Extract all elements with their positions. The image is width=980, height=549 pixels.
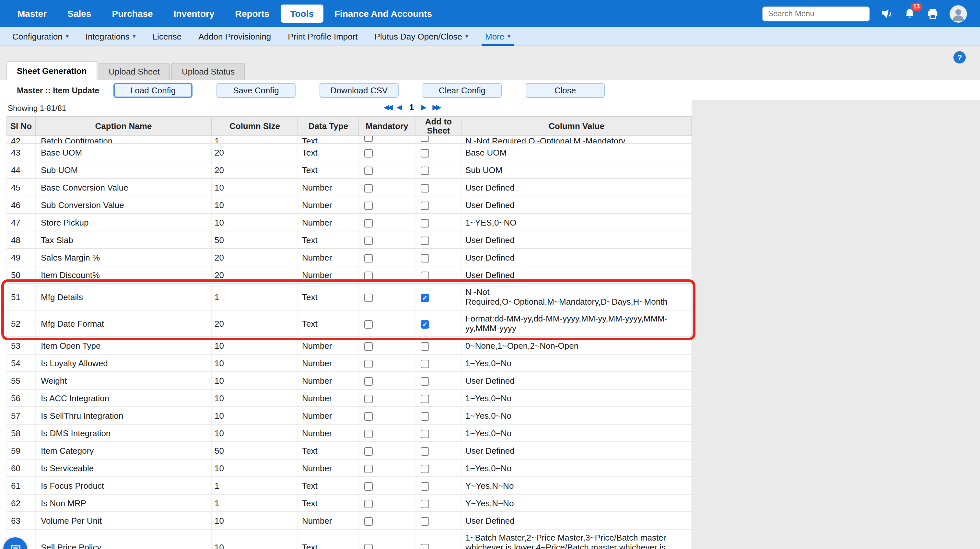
cell-slno: 48	[7, 231, 35, 248]
subnav-configuration[interactable]: Configuration▾	[4, 27, 77, 46]
add-to-sheet-checkbox[interactable]	[421, 377, 429, 385]
clear-config-button[interactable]: Clear Config	[423, 83, 502, 98]
cell-value: 1~YES,0~NO	[462, 213, 691, 231]
mandatory-checkbox[interactable]	[364, 447, 373, 455]
add-to-sheet-checkbox[interactable]	[421, 544, 429, 549]
subnav-license-label: License	[153, 32, 182, 41]
mandatory-checkbox[interactable]	[364, 360, 373, 368]
mandatory-checkbox[interactable]	[364, 201, 373, 210]
tab-sheet-generation[interactable]: Sheet Generation	[6, 61, 97, 80]
mandatory-checkbox[interactable]	[364, 254, 373, 262]
add-to-sheet-checkbox[interactable]	[421, 517, 429, 525]
subnav-print-profile-import[interactable]: Print Profile Import	[279, 27, 366, 46]
subnav-integrations[interactable]: Integrations▾	[77, 27, 144, 46]
cell-value: User Defined	[462, 248, 691, 266]
cell-datatype: Number	[298, 213, 359, 231]
cell-addtosheet	[415, 389, 462, 407]
cell-value: 1~Batch Master,2~Price Master,3~Price/Ba…	[462, 529, 691, 549]
tab-upload-status[interactable]: Upload Status	[172, 63, 245, 80]
add-to-sheet-checkbox[interactable]	[421, 236, 429, 245]
table-row: 51 Mfg Details 1 Text N~Not Required,O~O…	[7, 283, 691, 310]
cell-addtosheet	[415, 266, 462, 283]
nav-reports[interactable]: Reports	[226, 5, 279, 23]
context-label: Master :: Item Update	[17, 86, 89, 95]
add-to-sheet-checkbox[interactable]	[421, 465, 429, 473]
previous-page-icon[interactable]: ◀	[397, 103, 402, 111]
announcement-icon[interactable]	[880, 7, 893, 20]
nav-inventory[interactable]: Inventory	[164, 5, 224, 23]
tab-upload-sheet[interactable]: Upload Sheet	[98, 63, 170, 80]
mandatory-checkbox[interactable]	[364, 517, 373, 525]
nav-tools[interactable]: Tools	[280, 5, 323, 23]
mandatory-checkbox[interactable]	[364, 271, 373, 280]
cell-addtosheet	[415, 354, 462, 372]
add-to-sheet-checkbox[interactable]	[421, 271, 429, 280]
nav-purchase[interactable]: Purchase	[102, 5, 162, 23]
first-page-icon[interactable]: ◀◀	[384, 103, 391, 111]
download-csv-button[interactable]: Download CSV	[320, 83, 399, 98]
mandatory-checkbox[interactable]	[364, 377, 373, 385]
mandatory-checkbox[interactable]	[364, 320, 373, 328]
add-to-sheet-checkbox[interactable]	[421, 342, 429, 350]
add-to-sheet-checkbox[interactable]	[421, 201, 429, 210]
cell-slno: 63	[7, 512, 35, 529]
add-to-sheet-checkbox[interactable]	[421, 320, 429, 328]
add-to-sheet-checkbox[interactable]	[421, 500, 429, 508]
add-to-sheet-checkbox[interactable]	[421, 184, 429, 192]
mandatory-checkbox[interactable]	[364, 500, 373, 508]
user-avatar[interactable]	[950, 5, 967, 22]
cell-value: User Defined	[462, 512, 691, 529]
mandatory-checkbox[interactable]	[364, 293, 373, 302]
subnav-more[interactable]: More▾	[477, 27, 519, 46]
mandatory-checkbox[interactable]	[364, 236, 373, 245]
add-to-sheet-checkbox[interactable]	[421, 412, 429, 420]
close-button[interactable]: Close	[526, 83, 605, 98]
mandatory-checkbox[interactable]	[364, 482, 373, 490]
load-config-button[interactable]: Load Config	[113, 83, 192, 98]
cell-addtosheet	[415, 372, 462, 389]
mandatory-checkbox[interactable]	[364, 149, 373, 157]
cell-mandatory	[359, 196, 415, 213]
cell-addtosheet	[415, 310, 462, 337]
add-to-sheet-checkbox[interactable]	[421, 447, 429, 455]
mandatory-checkbox[interactable]	[364, 219, 373, 227]
add-to-sheet-checkbox[interactable]	[421, 430, 429, 438]
cell-slno: 50	[7, 266, 35, 283]
mandatory-checkbox[interactable]	[364, 395, 373, 403]
subnav-license[interactable]: License	[144, 27, 190, 46]
nav-master[interactable]: Master	[8, 5, 56, 23]
mandatory-checkbox[interactable]	[364, 136, 373, 142]
last-page-icon[interactable]: ▶▶	[432, 103, 439, 111]
cell-datatype: Number	[298, 407, 359, 424]
search-input[interactable]	[762, 6, 870, 21]
mandatory-checkbox[interactable]	[364, 342, 373, 350]
printer-icon[interactable]	[926, 8, 939, 20]
add-to-sheet-checkbox[interactable]	[421, 219, 429, 227]
help-icon[interactable]: ?	[953, 51, 966, 64]
notifications-bell-icon[interactable]: 13	[904, 7, 916, 20]
mandatory-checkbox[interactable]	[364, 544, 373, 549]
mandatory-checkbox[interactable]	[364, 412, 373, 420]
add-to-sheet-checkbox[interactable]	[421, 166, 429, 175]
add-to-sheet-checkbox[interactable]	[421, 136, 429, 142]
cell-addtosheet	[415, 459, 462, 477]
add-to-sheet-checkbox[interactable]	[421, 395, 429, 403]
mandatory-checkbox[interactable]	[364, 184, 373, 192]
add-to-sheet-checkbox[interactable]	[421, 293, 429, 302]
add-to-sheet-checkbox[interactable]	[421, 360, 429, 368]
mandatory-checkbox[interactable]	[364, 430, 373, 438]
nav-finance-and-accounts[interactable]: Finance And Accounts	[325, 5, 442, 23]
subnav-addon-provisioning[interactable]: Addon Provisioning	[190, 27, 279, 46]
add-to-sheet-checkbox[interactable]	[421, 482, 429, 490]
save-config-button[interactable]: Save Config	[216, 83, 296, 98]
add-to-sheet-checkbox[interactable]	[421, 254, 429, 262]
mandatory-checkbox[interactable]	[364, 465, 373, 473]
next-page-icon[interactable]: ▶	[421, 103, 426, 111]
table-row: 49 Sales Margin % 20 Number User Defined	[7, 248, 691, 266]
mandatory-checkbox[interactable]	[364, 166, 373, 175]
add-to-sheet-checkbox[interactable]	[421, 149, 429, 157]
subnav-plutus-day-open-close[interactable]: Plutus Day Open/Close▾	[366, 27, 477, 46]
sheet-table: Sl No Caption Name Column Size Data Type…	[6, 116, 692, 549]
cell-addtosheet	[415, 442, 462, 459]
nav-sales[interactable]: Sales	[58, 5, 101, 23]
